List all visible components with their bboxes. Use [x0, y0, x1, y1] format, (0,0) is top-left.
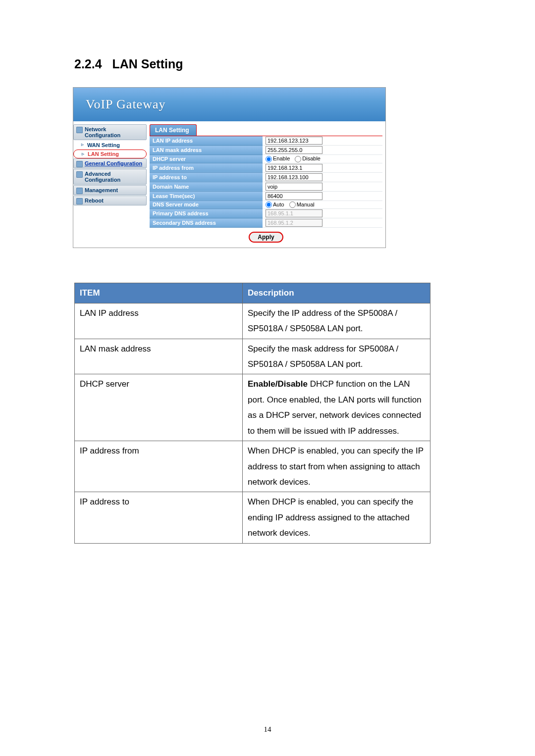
form-value-cell	[263, 172, 382, 182]
desc-item: IP address from	[75, 441, 243, 492]
lan-form-table: LAN IP addressLAN mask addressDHCP serve…	[150, 136, 382, 228]
text-input	[266, 209, 322, 217]
sidebar-item-management[interactable]: Management	[73, 185, 147, 195]
form-value-cell	[263, 146, 382, 155]
form-value-cell	[263, 191, 382, 201]
sidebar-item-advanced-config[interactable]: Advanced Configuration	[73, 169, 147, 185]
form-label: Lease Time(sec)	[150, 191, 263, 201]
form-label: Domain Name	[150, 182, 263, 191]
desc-header-description: Description	[243, 283, 430, 303]
apply-button[interactable]: Apply	[249, 232, 283, 243]
desc-header-item: ITEM	[75, 283, 243, 303]
desc-text: When DHCP is enabled, you can specify th…	[243, 441, 430, 492]
radio-option[interactable]	[289, 202, 296, 208]
form-value-cell	[263, 182, 382, 191]
ui-header: VoIP Gateway	[73, 88, 385, 121]
section-heading: 2.2.4 LAN Setting	[74, 57, 461, 71]
radio-label: Auto	[273, 202, 284, 207]
radio-option[interactable]	[295, 156, 301, 162]
desc-item: LAN mask address	[75, 339, 243, 374]
desc-text: Specify the mask address for SP5008A / S…	[243, 339, 430, 374]
form-value-cell	[263, 209, 382, 218]
text-input[interactable]	[266, 173, 322, 181]
form-label: DNS Server mode	[150, 201, 263, 209]
radio-option[interactable]	[266, 202, 272, 208]
ui-screenshot: VoIP Gateway Network Configuration WAN S…	[73, 87, 386, 248]
desc-text: Enable/Disable DHCP function on the LAN …	[243, 374, 430, 441]
text-input[interactable]	[266, 192, 322, 200]
sidebar-item-network-config[interactable]: Network Configuration	[73, 124, 147, 140]
text-input	[266, 219, 322, 227]
section-number: 2.2.4	[74, 57, 102, 71]
section-title-text: LAN Setting	[112, 57, 183, 71]
radio-option[interactable]	[266, 156, 272, 162]
form-label: Primary DNS address	[150, 209, 263, 218]
form-label: LAN mask address	[150, 146, 263, 155]
form-value-cell	[263, 136, 382, 146]
sidebar-item-general-config[interactable]: General Configuration	[73, 158, 147, 168]
text-input[interactable]	[266, 164, 322, 172]
form-label: IP address from	[150, 163, 263, 172]
sidebar: Network Configuration WAN Setting LAN Se…	[73, 121, 147, 206]
app-logo: VoIP Gateway	[86, 97, 165, 112]
radio-label: Enable	[273, 155, 290, 161]
sidebar-item-wan-setting[interactable]: WAN Setting	[73, 141, 147, 150]
desc-item: DHCP server	[75, 374, 243, 441]
text-input[interactable]	[266, 183, 322, 191]
form-label: DHCP server	[150, 155, 263, 163]
form-value-cell	[263, 218, 382, 228]
desc-text: When DHCP is enabled, you can specify th…	[243, 492, 430, 543]
page-number: 14	[0, 725, 535, 734]
panel-title: LAN Setting	[150, 124, 197, 136]
text-input[interactable]	[266, 146, 322, 154]
description-table: ITEM Description LAN IP addressSpecify t…	[74, 283, 430, 544]
main-panel: LAN Setting LAN IP addressLAN mask addre…	[147, 121, 385, 248]
desc-item: LAN IP address	[75, 303, 243, 339]
form-label: IP address to	[150, 172, 263, 182]
form-value-cell: AutoManual	[263, 201, 382, 209]
desc-item: IP address to	[75, 492, 243, 543]
sidebar-item-lan-setting[interactable]: LAN Setting	[73, 150, 147, 158]
text-input[interactable]	[266, 137, 322, 145]
form-value-cell: EnableDisable	[263, 155, 382, 163]
desc-text: Specify the IP address of the SP5008A / …	[243, 303, 430, 339]
form-label: Secondary DNS address	[150, 218, 263, 228]
form-label: LAN IP address	[150, 136, 263, 146]
sidebar-item-reboot[interactable]: Reboot	[73, 196, 147, 205]
radio-label: Disable	[302, 155, 321, 161]
form-value-cell	[263, 163, 382, 172]
radio-label: Manual	[297, 202, 315, 207]
